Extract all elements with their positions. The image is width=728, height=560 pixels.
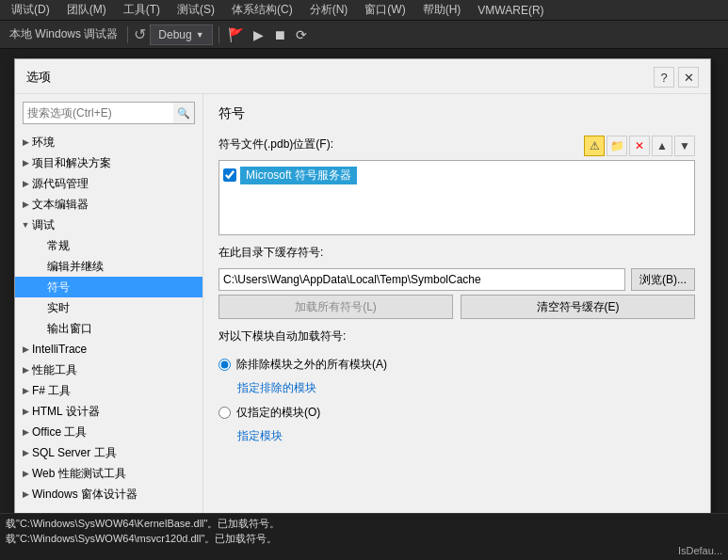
symbol-file-label: 符号文件(.pdb)位置(F):: [218, 136, 333, 152]
menu-analyze[interactable]: 分析(N): [302, 0, 356, 20]
expander-icon: ▶: [19, 425, 32, 439]
symbol-entry-text: Microsoft 符号服务器: [240, 167, 357, 184]
toolbar: 本地 Windows 调试器 ↺ Debug ▼ 🚩 ▶ ⏹ ⟳: [0, 21, 728, 49]
tree-item-webperf[interactable]: ▶ Web 性能测试工具: [15, 463, 202, 484]
cache-input-row: 浏览(B)...: [218, 268, 695, 291]
radio-include-label: 仅指定的模块(O): [236, 405, 320, 421]
stop-icon[interactable]: ⏹: [270, 27, 289, 42]
tree-item-texteditor[interactable]: ▶ 文本编辑器: [15, 194, 202, 215]
load-all-button[interactable]: 加载所有符号(L): [218, 295, 453, 319]
dialog-title: 选项: [26, 69, 51, 86]
expander-icon: [34, 301, 47, 314]
tree-item-realtime[interactable]: 实时: [15, 297, 202, 318]
close-button[interactable]: ✕: [678, 67, 699, 88]
tree: ▶ 环境 ▶ 项目和解决方案 ▶ 源代码管理 ▶ 文本编辑器: [15, 132, 202, 539]
config-dropdown[interactable]: Debug ▼: [150, 24, 212, 45]
log-line-2: 载"C:\Windows\SysWOW64\msvcr120d.dll"。已加载…: [6, 531, 722, 546]
isdefault-badge: IsDefau...: [678, 545, 722, 556]
expander-icon: [34, 280, 47, 294]
tree-item-source[interactable]: ▶ 源代码管理: [15, 173, 202, 194]
autoload-label: 对以下模块自动加载符号:: [218, 328, 695, 344]
tree-item-office[interactable]: ▶ Office 工具: [15, 422, 202, 442]
expander-icon: ▶: [19, 156, 32, 169]
tree-item-general[interactable]: 常规: [15, 235, 202, 256]
tree-item-fsharp[interactable]: ▶ F# 工具: [15, 380, 202, 401]
tree-item-perf[interactable]: ▶ 性能工具: [15, 360, 202, 380]
move-down-button[interactable]: ▼: [674, 136, 695, 156]
cache-dir-label: 在此目录下缓存符号:: [218, 245, 695, 261]
expander-icon: ▶: [19, 177, 32, 190]
debugger-label: 本地 Windows 调试器: [6, 26, 121, 42]
symbol-checkbox[interactable]: [223, 168, 236, 182]
tree-item-symbol[interactable]: 符号: [15, 277, 202, 297]
chevron-down-icon: ▼: [196, 30, 204, 40]
log-area: 载"C:\Windows\SysWOW64\KernelBase.dll"。已加…: [0, 513, 728, 560]
radio-exclude[interactable]: [218, 359, 231, 371]
back-icon[interactable]: ↺: [134, 25, 146, 43]
menu-debug[interactable]: 调试(D): [4, 0, 57, 20]
log-line-1: 载"C:\Windows\SysWOW64\KernelBase.dll"。已加…: [6, 516, 722, 531]
left-panel: 🔍 ▶ 环境 ▶ 项目和解决方案 ▶ 源代码管理: [15, 94, 203, 539]
expander-icon: [34, 322, 47, 335]
tree-item-winforms[interactable]: ▶ Windows 窗体设计器: [15, 484, 202, 504]
expander-icon: ▶: [19, 363, 32, 376]
expander-icon: ▼: [19, 218, 32, 232]
warning-button[interactable]: ⚠: [584, 136, 605, 156]
tree-item-editcontinue[interactable]: 编辑并继续: [15, 256, 202, 277]
expander-icon: [34, 260, 47, 273]
browse-button[interactable]: 浏览(B)...: [631, 268, 695, 291]
symbol-entry: Microsoft 符号服务器: [223, 165, 690, 185]
tree-item-project[interactable]: ▶ 项目和解决方案: [15, 152, 202, 173]
folder-button[interactable]: 📁: [607, 136, 627, 156]
titlebar-buttons: ? ✕: [654, 67, 699, 88]
link-include[interactable]: 指定模块: [218, 428, 695, 444]
bookmark-icon[interactable]: 🚩: [225, 27, 247, 42]
menu-test[interactable]: 测试(S): [170, 0, 222, 20]
toolbar-sep2: [218, 26, 219, 43]
expander-icon: ▶: [19, 136, 32, 149]
refresh-icon[interactable]: ⟳: [293, 27, 310, 42]
tree-item-intellitrace[interactable]: ▶ IntelliTrace: [15, 339, 202, 360]
symbol-file-section: 符号文件(.pdb)位置(F): ⚠ 📁 ✕ ▲ ▼ Microsoft 符号: [218, 136, 695, 235]
action-row: 加载所有符号(L) 清空符号缓存(E): [218, 295, 695, 319]
menu-window[interactable]: 窗口(W): [357, 0, 413, 20]
autoload-section: 对以下模块自动加载符号: 除排除模块之外的所有模块(A) 指定排除的模块 仅指定…: [218, 328, 695, 444]
expander-icon: ▶: [19, 343, 32, 356]
symbol-list-box: Microsoft 符号服务器: [218, 160, 695, 235]
cache-path-input[interactable]: [218, 268, 625, 291]
expander-icon: ▶: [19, 446, 32, 459]
radio-include[interactable]: [218, 407, 231, 419]
cache-section: 在此目录下缓存符号: 浏览(B)... 加载所有符号(L) 清空符号缓存(E): [218, 245, 695, 319]
menu-vmware[interactable]: VMWARE(R): [470, 2, 551, 19]
expander-icon: ▶: [19, 198, 32, 211]
menu-arch[interactable]: 体系结构(C): [224, 0, 300, 20]
help-button[interactable]: ?: [654, 67, 674, 88]
section-title: 符号: [218, 105, 695, 122]
expander-icon: ▶: [19, 488, 32, 501]
tree-item-env[interactable]: ▶ 环境: [15, 132, 202, 152]
tree-item-htmldesigner[interactable]: ▶ HTML 设计器: [15, 401, 202, 422]
expander-icon: ▶: [19, 384, 32, 397]
delete-button[interactable]: ✕: [629, 136, 650, 156]
menu-help[interactable]: 帮助(H): [415, 0, 469, 20]
tree-item-debug[interactable]: ▼ 调试: [15, 215, 202, 235]
play-icon[interactable]: ▶: [251, 27, 267, 42]
options-dialog: 选项 ? ✕ 🔍 ▶ 环境: [14, 58, 711, 560]
link-exclude[interactable]: 指定排除的模块: [218, 380, 695, 396]
search-button[interactable]: 🔍: [173, 103, 194, 123]
tree-item-sqlserver[interactable]: ▶ SQL Server 工具: [15, 442, 202, 463]
radio-exclude-row: 除排除模块之外的所有模块(A): [218, 354, 695, 375]
expander-icon: ▶: [19, 405, 32, 418]
search-input[interactable]: [24, 104, 173, 121]
menu-tools[interactable]: 工具(T): [116, 0, 168, 20]
main-area: 选项 ? ✕ 🔍 ▶ 环境: [0, 49, 728, 560]
expander-icon: [34, 239, 47, 252]
search-box: 🔍: [23, 102, 195, 124]
clear-cache-button[interactable]: 清空符号缓存(E): [461, 295, 695, 319]
dialog-body: 🔍 ▶ 环境 ▶ 项目和解决方案 ▶ 源代码管理: [15, 94, 710, 539]
menu-team[interactable]: 团队(M): [59, 0, 114, 20]
radio-include-row: 仅指定的模块(O): [218, 402, 695, 423]
move-up-button[interactable]: ▲: [652, 136, 672, 156]
tree-item-output[interactable]: 输出窗口: [15, 318, 202, 339]
right-panel: 符号 符号文件(.pdb)位置(F): ⚠ 📁 ✕ ▲ ▼: [203, 94, 710, 539]
